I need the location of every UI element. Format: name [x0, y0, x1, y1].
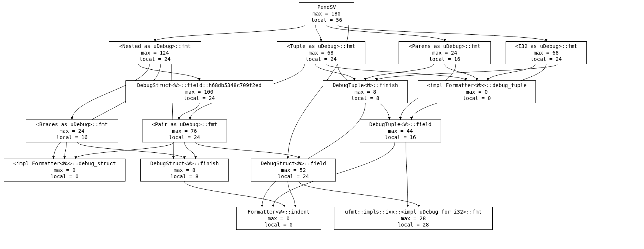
node-local: local = 0: [240, 222, 318, 228]
edge-tuple-to-dbgtuple_finish: [316, 64, 354, 80]
edge-nested-to-dbgstruct_finish: [172, 64, 173, 159]
node-title: <Tuple as uDebug>::fmt: [280, 43, 362, 50]
node-title: DebugTuple<W>::field: [363, 121, 438, 128]
node-local: local = 0: [7, 173, 122, 180]
node-local: local = 16: [363, 134, 438, 141]
edge-parens-to-dbgtuple_finish: [365, 64, 434, 80]
node-max: max = 24: [402, 50, 488, 56]
edge-pair-to-dbgstruct_field: [196, 142, 299, 159]
edge-dbgtuple_finish-to-formatter_indent: [262, 103, 365, 207]
node-local: local = 24: [129, 95, 270, 102]
node-tuple: <Tuple as uDebug>::fmtmax = 68local = 24: [277, 41, 365, 64]
node-max: max = 0: [7, 167, 122, 174]
node-title: <Braces as uDebug>::fmt: [29, 121, 115, 128]
edge-pendsv-to-nested: [155, 25, 304, 41]
node-max: max = 68: [509, 50, 583, 56]
node-dbgtuple_finish: DebugTuple<W>::finishmax = 8local = 8: [323, 80, 408, 103]
node-title: DebugTuple<W>::finish: [326, 82, 404, 89]
node-local: local = 24: [509, 56, 583, 63]
edge-dbgstruct_field-to-ufmt_impls: [299, 181, 419, 207]
node-local: local = 24: [254, 173, 333, 180]
node-max: max = 44: [363, 128, 438, 135]
node-parens: <Parens as uDebug>::fmtmax = 24local = 1…: [399, 41, 491, 64]
node-formatter_indent: Formatter<W>::indentmax = 0local = 0: [236, 207, 321, 230]
node-pendsv: PendSVmax = 180local = 56: [299, 2, 354, 25]
edge-dbgtuple_field-to-ufmt_impls: [406, 142, 408, 207]
edge-nested-to-dbgstruct_fieldh: [138, 64, 199, 80]
node-max: max = 8: [326, 89, 404, 96]
edge-nested-to-impl_debug_struct: [54, 64, 161, 159]
node-dbgstruct_field: DebugStruct<W>::fieldmax = 52local = 24: [251, 159, 336, 181]
node-local: local = 24: [112, 56, 198, 63]
node-max: max = 52: [254, 167, 333, 174]
node-max: max = 8: [144, 167, 225, 174]
node-local: local = 56: [302, 17, 351, 24]
node-title: DebugStruct<W>::field::h68db5348c709f2ed: [129, 82, 270, 89]
node-ufmt_impls: ufmt::impls::ixx::<impl uDebug for i32>:…: [334, 207, 493, 230]
edge-pair-to-impl_debug_struct: [76, 142, 173, 159]
node-title: <Pair as uDebug>::fmt: [145, 121, 224, 128]
edge-braces-to-impl_debug_struct: [65, 142, 66, 159]
edge-dbgstruct_fieldh-to-pair: [179, 103, 199, 120]
node-title: <Parens as uDebug>::fmt: [402, 43, 488, 50]
node-dbgstruct_fieldh: DebugStruct<W>::field::h68db5348c709f2ed…: [125, 80, 273, 103]
node-title: <impl Formatter<W>>::debug_struct: [7, 160, 122, 167]
node-title: <Nested as uDebug>::fmt: [112, 43, 198, 50]
edge-parens-to-impl_debug_tuple: [445, 64, 477, 80]
node-local: local = 24: [280, 56, 362, 63]
node-dbgstruct_finish: DebugStruct<W>::finishmax = 8local = 8: [140, 159, 229, 181]
edge-tuple-to-impl_debug_tuple: [327, 64, 466, 80]
node-nested: <Nested as uDebug>::fmtmax = 124local = …: [109, 41, 201, 64]
edge-pendsv-to-i32: [338, 25, 546, 41]
edge-dbgstruct_field-to-formatter_indent: [288, 181, 295, 207]
node-title: <I32 as uDebug>::fmt: [509, 43, 583, 50]
node-max: max = 0: [240, 215, 318, 222]
node-max: max = 68: [280, 50, 362, 56]
node-pair: <Pair as uDebug>::fmtmax = 76local = 24: [142, 120, 227, 142]
edge-pendsv-to-tuple: [316, 25, 321, 41]
node-max: max = 0: [421, 89, 533, 96]
edge-pair-to-dbgstruct_finish: [185, 142, 196, 159]
node-local: local = 24: [145, 134, 224, 141]
node-max: max = 180: [302, 11, 351, 17]
node-local: local = 8: [326, 95, 404, 102]
edge-i32-to-impl_debug_tuple: [488, 64, 535, 80]
edge-braces-to-dbgstruct_finish: [78, 142, 185, 159]
node-max: max = 124: [112, 50, 198, 56]
edge-pendsv-to-parens: [327, 25, 445, 41]
node-max: max = 100: [129, 89, 270, 96]
node-local: local = 28: [337, 222, 489, 228]
node-max: max = 24: [29, 128, 115, 135]
node-title: Formatter<W>::indent: [240, 209, 318, 215]
node-i32: <I32 as uDebug>::fmtmax = 68local = 24: [506, 41, 587, 64]
edge-i32-to-dbgtuple_finish: [376, 64, 557, 80]
diagram-canvas: PendSVmax = 180local = 56<Nested as uDeb…: [0, 0, 644, 249]
node-title: <impl Formatter<W>>::debug_tuple: [421, 82, 533, 89]
node-max: max = 76: [145, 128, 224, 135]
node-title: DebugStruct<W>::finish: [144, 160, 225, 167]
edge-dbgstruct_finish-to-formatter_indent: [185, 181, 284, 207]
node-dbgtuple_field: DebugTuple<W>::fieldmax = 44local = 16: [360, 120, 441, 142]
node-title: ufmt::impls::ixx::<impl uDebug for i32>:…: [337, 209, 489, 215]
node-impl_debug_tuple: <impl Formatter<W>>::debug_tuplemax = 0l…: [418, 80, 536, 103]
node-title: PendSV: [302, 4, 351, 11]
node-max: max = 28: [337, 215, 489, 222]
node-impl_debug_struct: <impl Formatter<W>>::debug_structmax = 0…: [4, 159, 125, 181]
node-local: local = 8: [144, 173, 225, 180]
node-local: local = 16: [29, 134, 115, 141]
node-title: DebugStruct<W>::field: [254, 160, 333, 167]
node-local: local = 0: [421, 95, 533, 102]
node-local: local = 16: [402, 56, 488, 63]
node-braces: <Braces as uDebug>::fmtmax = 24local = 1…: [26, 120, 118, 142]
